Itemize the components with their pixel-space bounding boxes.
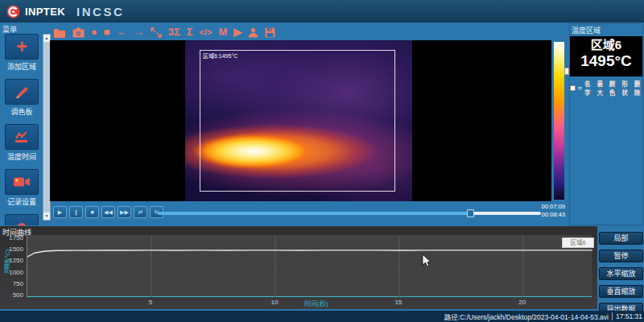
time-current: 00:07:09: [518, 203, 565, 211]
playback-controls: ▶ ∥ ■ ◀◀ ▶▶ ⇄ N: [53, 206, 163, 218]
temp-chart-icon: [14, 130, 30, 144]
scroll-down-icon[interactable]: ▼: [43, 213, 50, 220]
sidebar-item-add-region[interactable]: + 添加区域: [2, 34, 42, 72]
region-table-header-row: 名字 最大 颜色 形状 删除: [570, 79, 644, 97]
status-divider: [612, 312, 613, 320]
x-tick-label: 5: [149, 299, 152, 306]
play-icon[interactable]: ▶: [233, 26, 242, 39]
video-camera-icon: [13, 175, 31, 188]
folder-icon[interactable]: [53, 27, 66, 38]
vertical-zoom-button[interactable]: 垂直缩放: [599, 285, 643, 298]
sidebar-item-palette[interactable]: 调色板: [2, 79, 42, 117]
sidebar-item-label: 添加区域: [2, 61, 42, 72]
play-button[interactable]: ▶: [53, 206, 67, 218]
inptek-logo-icon: [6, 5, 20, 19]
m-icon[interactable]: M: [218, 26, 227, 39]
playback-timestamps: 00:07:09 00:08:43: [518, 203, 565, 219]
region-readout: 区域6 1495°C: [570, 36, 642, 76]
y-tick-label: 1500: [0, 246, 23, 253]
save-icon[interactable]: [265, 27, 275, 38]
chart-plot-area[interactable]: [27, 235, 592, 297]
local-button[interactable]: 局部: [599, 232, 643, 245]
seek-slider-thumb[interactable]: [467, 209, 474, 217]
partial-icon: [14, 218, 30, 225]
fast-forward-button[interactable]: ▶▶: [118, 206, 131, 218]
product-name: INCSC: [76, 5, 124, 19]
loop-button[interactable]: ⇄: [134, 206, 147, 218]
title-bar: INPTEK INCSC: [0, 0, 644, 23]
column-shape: 形状: [621, 79, 631, 97]
x-tick-label: 15: [394, 299, 402, 306]
region-checkbox[interactable]: [570, 85, 576, 91]
y-tick-label: 1750: [0, 234, 23, 242]
x-tick-label: 10: [270, 299, 278, 306]
sigma-icon[interactable]: Σ: [187, 26, 193, 39]
column-color: 颜色: [609, 79, 619, 97]
video-viewport[interactable]: 区域6:1495°C: [50, 40, 551, 201]
sidebar: + 添加区域 调色板 温度时间: [2, 34, 42, 225]
pause-chart-button[interactable]: 暂停: [599, 250, 643, 262]
temperature-colorbar: [554, 42, 564, 200]
sidebar-item-temp-time[interactable]: 温度时间: [2, 124, 42, 162]
time-total: 00:08:43: [518, 211, 565, 219]
chart-legend: 区域6: [562, 237, 594, 248]
status-bar: 路径:C:/Users/jackh/Desktop/2023-04-01-14-…: [0, 311, 644, 322]
brand-name: INPTEK: [25, 6, 65, 18]
x-axis-label: 时间(秒): [304, 299, 328, 308]
time-curve-panel: 时间曲线 温度(°C) 5007501000125015001750 51015…: [0, 226, 597, 309]
sidebar-item-label: 记录设置: [2, 196, 42, 207]
mouse-cursor: [422, 254, 431, 267]
scroll-up-icon[interactable]: ▲: [43, 35, 50, 42]
y-tick-label: 750: [0, 280, 23, 287]
sidebar-item-label: 温度时间: [2, 151, 42, 162]
column-max: 最大: [597, 79, 606, 97]
sidebar-item-label: 调色板: [2, 106, 42, 117]
column-name: 名字: [584, 79, 594, 97]
stop-button[interactable]: ■: [85, 206, 99, 218]
arrow-right-icon[interactable]: →: [134, 26, 144, 39]
clock-text: 17:51:31: [616, 312, 642, 320]
file-path-text: 路径:C:/Users/jackh/Desktop/2023-04-01-14-…: [444, 312, 609, 321]
region-name: 区域6: [570, 37, 642, 53]
stop-icon[interactable]: ■: [104, 26, 110, 39]
temperature-line-chart: [27, 235, 592, 297]
roi-label: 区域6:1495°C: [203, 52, 237, 60]
roi-rectangle[interactable]: 区域6:1495°C: [200, 50, 395, 192]
region-color-swatch: [578, 87, 582, 89]
user-icon[interactable]: [248, 27, 258, 38]
horizontal-zoom-button[interactable]: 水平缩放: [599, 267, 643, 280]
code-icon[interactable]: </>: [200, 26, 213, 39]
sidebar-item-partial[interactable]: [2, 214, 42, 225]
pause-button[interactable]: ∥: [69, 206, 83, 218]
camera-icon[interactable]: [72, 27, 85, 38]
x-tick-label: 20: [518, 299, 526, 306]
plus-icon: +: [16, 39, 27, 55]
seek-slider-fill: [158, 212, 469, 215]
resize-icon[interactable]: [151, 27, 162, 38]
y-tick-label: 1000: [0, 269, 23, 276]
three-sigma-icon[interactable]: 3Σ: [168, 26, 180, 39]
column-delete: 删除: [634, 79, 644, 97]
main-toolbar: ● ■ ← → 3Σ Σ </> M ▶: [53, 25, 275, 39]
app-window: INPTEK INCSC 菜单 + 添加区域 调色板: [0, 0, 644, 322]
region-panel-header: 温度区域: [572, 25, 601, 35]
region-temperature: 1495°C: [570, 53, 642, 70]
y-tick-label: 500: [0, 291, 23, 299]
y-tick-label: 1250: [0, 257, 23, 264]
rewind-button[interactable]: ◀◀: [101, 206, 115, 218]
panel-splitter-handle[interactable]: [564, 68, 569, 75]
brush-icon: [14, 84, 30, 100]
record-icon[interactable]: ●: [91, 26, 97, 39]
sidebar-item-record-settings[interactable]: 记录设置: [2, 169, 42, 207]
arrow-left-icon[interactable]: ←: [117, 26, 127, 39]
